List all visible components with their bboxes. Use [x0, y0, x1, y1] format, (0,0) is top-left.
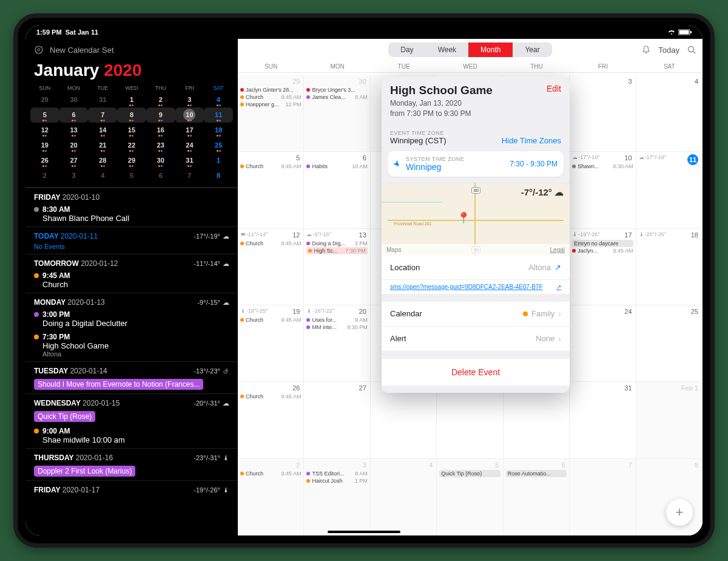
month-event[interactable]: MM Inte...9:30 PM — [306, 324, 367, 331]
month-cell[interactable]: 26Church9:45 AM — [238, 382, 304, 458]
agenda-event[interactable]: 9:00 AMShae midwife 10:00 am — [25, 426, 238, 448]
mini-day[interactable]: 10 — [175, 107, 204, 123]
month-event[interactable]: Church9:45 AM — [240, 470, 301, 477]
mini-day[interactable]: 20 — [59, 138, 89, 153]
mini-day[interactable]: 3 — [175, 92, 204, 107]
mini-day[interactable]: 12 — [30, 123, 59, 138]
agenda-event[interactable]: 3:00 PMDoing a Digital Declutter — [25, 309, 238, 332]
month-cell[interactable]: 8 — [636, 459, 703, 536]
mini-day[interactable]: 18 — [204, 123, 233, 138]
alert-row[interactable]: Alert None› — [382, 327, 570, 352]
month-event[interactable]: James Clea...8 AM — [306, 93, 367, 101]
add-event-button[interactable]: + — [666, 499, 693, 526]
mini-day[interactable]: 11 — [204, 107, 233, 123]
month-event[interactable]: Rose Automatio... — [506, 470, 567, 477]
month-cell[interactable]: 24 — [570, 305, 636, 382]
month-cell[interactable]: 2Church9:45 AM — [238, 459, 304, 536]
mini-day[interactable]: 15 — [117, 123, 146, 138]
month-event[interactable]: Bryce Unger's 3... — [306, 86, 367, 93]
month-cell[interactable]: 7 — [570, 459, 636, 536]
agenda-event-pill[interactable]: Quick Tip (Rose) — [34, 411, 95, 422]
mini-day[interactable]: 7 — [175, 168, 204, 183]
mini-day[interactable]: 28 — [88, 153, 117, 168]
mini-day[interactable]: 22 — [117, 138, 146, 153]
bell-icon[interactable] — [641, 45, 651, 55]
gear-icon[interactable] — [34, 45, 44, 55]
month-event[interactable]: Church9:45 AM — [240, 240, 301, 247]
month-event[interactable]: High Sc...7:30 PM — [306, 247, 367, 254]
month-event[interactable]: Church9:45 AM — [240, 316, 301, 324]
search-icon[interactable] — [687, 45, 696, 55]
agenda-event-pill[interactable]: Doppler 2 First Look (Marius) — [34, 466, 135, 477]
mini-day[interactable]: 6 — [59, 107, 89, 123]
month-cell[interactable]: 3TSS Editori...8 AMHaircut Josh1 PM — [304, 459, 370, 536]
view-year[interactable]: Year — [513, 42, 551, 57]
mini-day[interactable]: 2 — [30, 168, 59, 183]
month-event[interactable]: Jaclyn...9:45 AM — [572, 247, 633, 254]
mini-calendar[interactable]: SUNMONTUEWEDTHUFRISAT 293031123456789101… — [25, 84, 238, 187]
month-cell[interactable]: Feb 1 — [636, 382, 703, 458]
mini-day[interactable]: 30 — [59, 92, 89, 107]
mini-day[interactable]: 4 — [204, 92, 233, 107]
mini-day[interactable]: 23 — [146, 138, 175, 153]
mini-day[interactable]: 5 — [30, 107, 59, 123]
mini-day[interactable]: 31 — [88, 92, 117, 107]
mini-day[interactable]: 8 — [204, 168, 233, 183]
today-button[interactable]: Today — [658, 46, 679, 55]
month-event[interactable]: Haircut Josh1 PM — [306, 477, 367, 484]
mini-day[interactable]: 24 — [175, 138, 204, 153]
view-month[interactable]: Month — [468, 42, 513, 57]
month-cell[interactable]: 4 — [371, 459, 437, 536]
month-cell[interactable]: 🌡-19°/-26°17Emryn no daycareJaclyn...9:4… — [570, 229, 636, 305]
system-tz-card[interactable]: ➤ SYSTEM TIME ZONE Winnipeg 7:30 - 9:30 … — [388, 151, 564, 177]
month-event[interactable]: Hoeppner g...12 PM — [240, 101, 301, 108]
mini-day[interactable]: 19 — [30, 138, 59, 153]
month-cell[interactable]: 28 — [371, 382, 437, 458]
month-cell[interactable]: ☁︎-9°/-15°13Doing a Dig...3 PMHigh Sc...… — [304, 229, 370, 305]
mini-day[interactable]: 1 — [117, 92, 146, 107]
month-cell[interactable]: 6Habits10 AM — [304, 152, 370, 228]
month-cell[interactable]: 🌡-18°/-25°19Church9:45 AM — [238, 305, 304, 382]
month-cell[interactable]: ☁︎-17°/-19°10Shawn...8:30 AM — [570, 152, 636, 228]
legal-link[interactable]: Legal — [550, 246, 565, 253]
month-cell[interactable]: 🌡-16°/-22°20Uses for...9 AMMM Inte...9:3… — [304, 305, 370, 382]
calendar-row[interactable]: Calendar Family› — [382, 302, 570, 327]
mini-day[interactable]: 7 — [88, 107, 117, 123]
month-cell[interactable]: 30Bryce Unger's 3...James Clea...8 AM — [304, 75, 370, 152]
mini-day[interactable]: 9 — [146, 107, 175, 123]
month-cell[interactable]: 27 — [304, 382, 370, 458]
month-cell[interactable]: 3 — [570, 75, 636, 152]
month-cell[interactable]: 31 — [570, 382, 636, 458]
mini-day[interactable]: 6 — [146, 168, 175, 183]
month-cell[interactable]: 🌡-20°/-26°18 — [636, 229, 703, 305]
month-event[interactable]: Quick Tip (Rose) — [439, 470, 500, 477]
agenda-event-pill[interactable]: Should I Move from Evernote to Notion (F… — [34, 379, 203, 390]
mini-day[interactable]: 21 — [88, 138, 117, 153]
mini-day[interactable]: 26 — [30, 153, 59, 168]
month-event[interactable]: Emryn no daycare — [572, 240, 633, 247]
home-indicator[interactable] — [328, 531, 400, 533]
mini-day[interactable]: 1 — [204, 153, 233, 168]
agenda-event[interactable]: 8:30 AMShawn Blanc Phone Call — [25, 204, 238, 226]
mini-day[interactable]: 29 — [117, 153, 146, 168]
month-event[interactable]: Jaclyn Ginter's 28... — [240, 86, 301, 93]
month-cell[interactable]: 25 — [636, 305, 703, 382]
mini-day[interactable]: 17 — [175, 123, 204, 138]
month-cell[interactable]: 29Jaclyn Ginter's 28...Church9:45 AMHoep… — [238, 75, 304, 152]
view-week[interactable]: Week — [426, 42, 468, 57]
calendar-set-label[interactable]: New Calendar Set — [50, 46, 114, 55]
location-row[interactable]: Location Altona↗︎ — [382, 256, 570, 280]
hide-tz-button[interactable]: Hide Time Zones — [502, 136, 561, 145]
month-cell[interactable]: ☁︎-17°/-19°11 — [636, 152, 703, 228]
month-event[interactable]: Doing a Dig...3 PM — [306, 240, 367, 247]
mini-day[interactable]: 13 — [59, 123, 89, 138]
month-event[interactable]: Habits10 AM — [306, 163, 367, 170]
mini-day[interactable]: 16 — [146, 123, 175, 138]
month-cell[interactable]: 4 — [636, 75, 703, 152]
month-cell[interactable]: 30 — [504, 382, 570, 458]
mini-day[interactable]: 2 — [146, 92, 175, 107]
sms-link[interactable]: sms://open?message-guid=9D8DFCA2-2EAB-4E… — [382, 280, 570, 294]
agenda-event[interactable]: 7:30 PMHigh School GameAltona — [25, 332, 238, 361]
month-event[interactable]: Church9:45 AM — [240, 93, 301, 101]
edit-button[interactable]: Edit — [547, 84, 561, 93]
